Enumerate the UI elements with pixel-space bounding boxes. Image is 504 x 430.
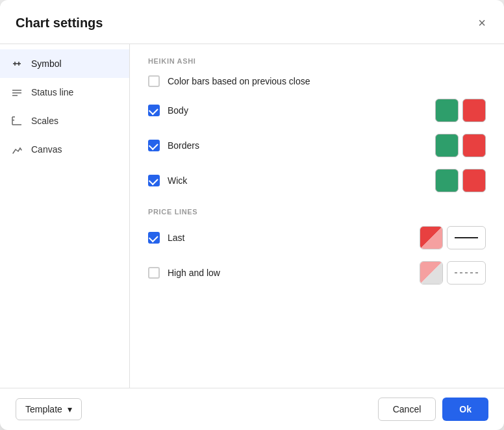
body-colors — [435, 99, 486, 122]
sidebar-item-status-line[interactable]: Status line — [0, 78, 129, 107]
template-button[interactable]: Template ▾ — [16, 398, 82, 420]
chevron-down-icon: ▾ — [68, 404, 72, 414]
sidebar-item-canvas[interactable]: Canvas — [0, 135, 129, 164]
body-row: Body — [148, 99, 486, 122]
body-color-green[interactable] — [435, 99, 459, 122]
high-low-label: High and low — [168, 268, 412, 278]
last-label: Last — [168, 233, 412, 243]
chart-settings-dialog: Chart settings × Symbol — [0, 0, 504, 430]
template-label: Template — [25, 404, 62, 414]
price-lines-section: PRICE LINES Last — [148, 208, 486, 285]
wick-row: Wick — [148, 169, 486, 192]
color-bars-checkbox[interactable] — [148, 75, 160, 87]
last-line — [455, 237, 478, 238]
close-button[interactable]: × — [475, 13, 488, 33]
sidebar-item-symbol[interactable]: Symbol — [0, 49, 129, 78]
canvas-icon — [10, 143, 23, 156]
main-content: HEIKIN ASHI Color bars based on previous… — [130, 44, 504, 388]
last-colors — [420, 226, 486, 249]
body-label: Body — [168, 105, 427, 116]
body-checkbox[interactable] — [148, 105, 160, 116]
status-line-icon — [10, 86, 23, 99]
sidebar-item-symbol-label: Symbol — [31, 58, 62, 69]
borders-checkbox[interactable] — [148, 140, 160, 151]
body-color-red[interactable] — [462, 99, 486, 122]
high-low-line — [455, 272, 478, 273]
dialog-header: Chart settings × — [0, 0, 504, 44]
last-row: Last — [148, 226, 486, 249]
borders-color-green[interactable] — [435, 134, 459, 157]
last-checkbox[interactable] — [148, 232, 160, 244]
footer-actions: Cancel Ok — [378, 398, 488, 421]
wick-color-green[interactable] — [435, 169, 459, 192]
sidebar: Symbol Status line — [0, 44, 130, 388]
high-low-line-style[interactable] — [447, 261, 486, 285]
heikin-ashi-label: HEIKIN ASHI — [148, 57, 486, 65]
borders-color-red[interactable] — [462, 134, 486, 157]
wick-color-red[interactable] — [462, 169, 486, 192]
sidebar-item-scales-label: Scales — [31, 116, 58, 126]
cancel-button[interactable]: Cancel — [378, 398, 436, 421]
wick-colors — [435, 169, 486, 192]
borders-colors — [435, 134, 486, 157]
borders-row: Borders — [148, 134, 486, 157]
sidebar-item-status-line-label: Status line — [31, 87, 73, 97]
color-bars-row: Color bars based on previous close — [148, 75, 486, 87]
heikin-ashi-section: HEIKIN ASHI Color bars based on previous… — [148, 57, 486, 192]
sidebar-item-canvas-label: Canvas — [31, 144, 62, 155]
last-color-swatch[interactable] — [420, 226, 443, 249]
scales-icon — [10, 114, 23, 127]
last-line-style[interactable] — [447, 226, 486, 249]
high-low-color-swatch[interactable] — [420, 261, 443, 285]
high-low-row: High and low — [148, 261, 486, 285]
dialog-footer: Template ▾ Cancel Ok — [0, 388, 504, 430]
price-lines-label: PRICE LINES — [148, 208, 486, 216]
dialog-title: Chart settings — [16, 16, 103, 31]
dialog-body: Symbol Status line — [0, 44, 504, 388]
high-low-colors — [420, 261, 486, 285]
high-low-checkbox[interactable] — [148, 267, 160, 279]
symbol-icon — [10, 57, 23, 70]
ok-button[interactable]: Ok — [442, 398, 488, 421]
wick-checkbox[interactable] — [148, 175, 160, 186]
color-bars-label: Color bars based on previous close — [168, 76, 486, 86]
wick-label: Wick — [168, 175, 427, 186]
borders-label: Borders — [168, 140, 427, 151]
sidebar-item-scales[interactable]: Scales — [0, 107, 129, 135]
